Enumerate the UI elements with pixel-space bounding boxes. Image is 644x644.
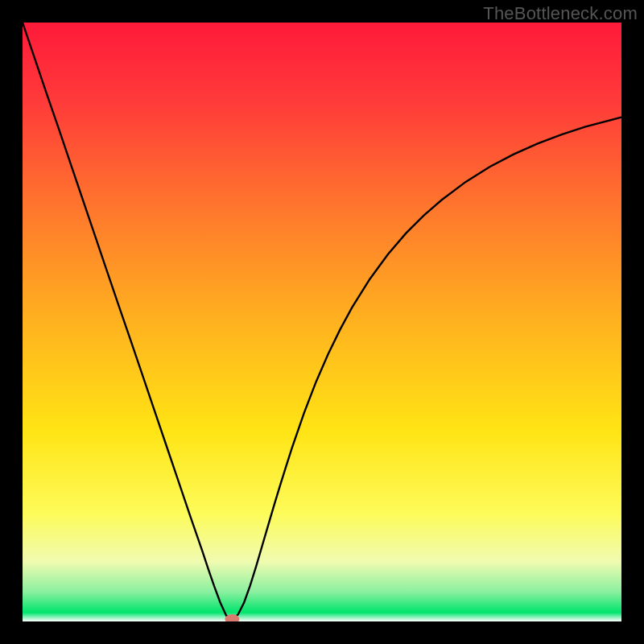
watermark-text: TheBottleneck.com [483,3,638,24]
bottleneck-chart [23,23,621,621]
chart-frame [23,23,621,621]
chart-background [23,23,621,621]
